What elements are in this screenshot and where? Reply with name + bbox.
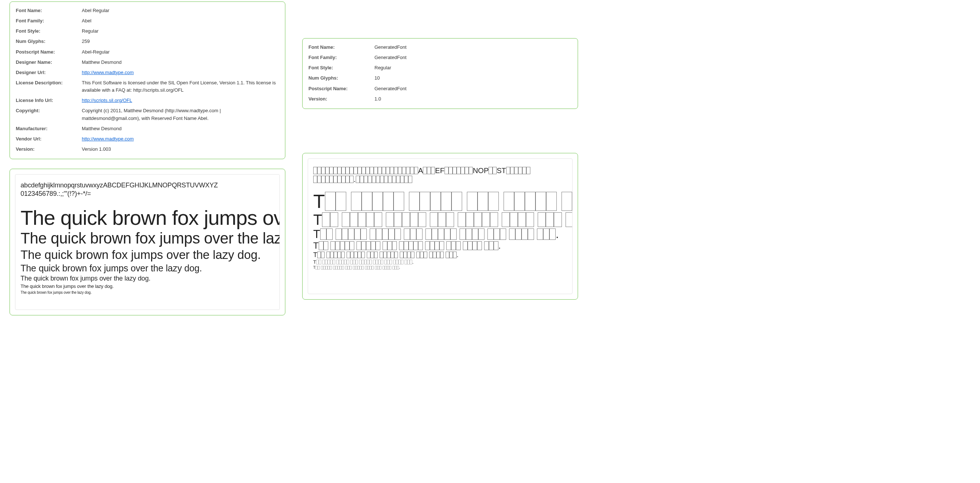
meta-row-font-name: Font Name: Abel Regular bbox=[16, 5, 279, 16]
meta-row-postscript: Postscript Name: GeneratedFont bbox=[309, 84, 572, 94]
preview-alpha-line-2: 0123456789.:,;'"(!?)+-*/= bbox=[21, 190, 274, 198]
meta-label: Font Style: bbox=[309, 64, 374, 71]
gen-preview-line: T. bbox=[313, 242, 567, 250]
meta-value: Abel bbox=[82, 17, 279, 25]
vendor-url-link[interactable]: http://www.madtype.com bbox=[82, 136, 134, 141]
meta-label: Version: bbox=[16, 146, 82, 153]
meta-row-font-style: Font Style: Regular bbox=[16, 26, 279, 36]
left-preview-card: abcdefghijklmnopqrstuvwxyzABCDEFGHIJKLMN… bbox=[10, 169, 285, 315]
meta-value: 259 bbox=[82, 38, 279, 45]
meta-value: http://scripts.sil.org/OFL bbox=[82, 97, 279, 104]
meta-row-vendor-url: Vendor Url: http://www.madtype.com bbox=[16, 134, 279, 144]
meta-value: Regular bbox=[374, 64, 572, 71]
meta-row-version: Version: 1.0 bbox=[309, 94, 572, 104]
meta-label: License Info Url: bbox=[16, 97, 82, 104]
left-column: Font Name: Abel Regular Font Family: Abe… bbox=[10, 2, 285, 315]
left-metadata-card: Font Name: Abel Regular Font Family: Abe… bbox=[10, 2, 285, 159]
meta-row-manufacturer: Manufacturer: Matthew Desmond bbox=[16, 124, 279, 134]
gen-preview-line: AEFNOPST bbox=[313, 167, 567, 174]
meta-label: Designer Name: bbox=[16, 59, 82, 66]
right-preview-inner: AEFNOPST.T.T.T.T.T.T.T. bbox=[308, 159, 573, 294]
meta-label: Num Glyphs: bbox=[16, 38, 82, 45]
designer-url-link[interactable]: http://www.madtype.com bbox=[82, 70, 134, 75]
meta-label: Version: bbox=[309, 95, 374, 103]
meta-row-font-style: Font Style: Regular bbox=[309, 63, 572, 73]
preview-sample-2: The quick brown fox jumps over the lazy bbox=[21, 230, 274, 247]
meta-value: http://www.madtype.com bbox=[82, 69, 279, 76]
preview-sample-6: The quick brown fox jumps over the lazy … bbox=[21, 283, 274, 290]
meta-label: Designer Url: bbox=[16, 69, 82, 76]
meta-label: Font Family: bbox=[309, 54, 374, 61]
meta-label: Num Glyphs: bbox=[309, 75, 374, 82]
preview-sample-7: The quick brown fox jumps over the lazy … bbox=[21, 290, 274, 295]
meta-row-copyright: Copyright: Copyright (c) 2011, Matthew D… bbox=[16, 106, 279, 123]
meta-value: http://www.madtype.com bbox=[82, 135, 279, 143]
gen-preview-line: T. bbox=[313, 212, 567, 227]
meta-label: Postscript Name: bbox=[16, 48, 82, 56]
meta-row-designer-name: Designer Name: Matthew Desmond bbox=[16, 57, 279, 67]
meta-label: Manufacturer: bbox=[16, 125, 82, 132]
meta-value: Copyright (c) 2011, Matthew Desmond (htt… bbox=[82, 107, 279, 122]
meta-value: Regular bbox=[82, 27, 279, 35]
preview-alpha-line-1: abcdefghijklmnopqrstuvwxyzABCDEFGHIJKLMN… bbox=[21, 181, 274, 190]
left-preview-inner: abcdefghijklmnopqrstuvwxyzABCDEFGHIJKLMN… bbox=[15, 174, 280, 310]
meta-label: Font Name: bbox=[16, 7, 82, 14]
meta-label: Postscript Name: bbox=[309, 85, 374, 92]
meta-label: License Description: bbox=[16, 79, 82, 87]
gen-preview-line: T. bbox=[313, 252, 567, 258]
gen-preview-line: T. bbox=[313, 260, 567, 264]
meta-value: Abel-Regular bbox=[82, 48, 279, 56]
meta-value: Abel Regular bbox=[82, 7, 279, 14]
gen-preview-line: T. bbox=[313, 266, 567, 270]
meta-label: Font Name: bbox=[309, 44, 374, 51]
meta-row-num-glyphs: Num Glyphs: 259 bbox=[16, 36, 279, 46]
meta-row-font-family: Font Family: Abel bbox=[16, 16, 279, 26]
meta-row-font-name: Font Name: GeneratedFont bbox=[309, 42, 572, 52]
preview-sample-5: The quick brown fox jumps over the lazy … bbox=[21, 274, 274, 283]
license-url-link[interactable]: http://scripts.sil.org/OFL bbox=[82, 98, 132, 103]
meta-value: Matthew Desmond bbox=[82, 59, 279, 66]
meta-label: Copyright: bbox=[16, 107, 82, 114]
meta-value: GeneratedFont bbox=[374, 85, 572, 92]
gen-preview-line: T. bbox=[313, 192, 567, 211]
meta-row-version: Version: Version 1.003 bbox=[16, 144, 279, 154]
meta-row-postscript: Postscript Name: Abel-Regular bbox=[16, 47, 279, 57]
right-preview-card: AEFNOPST.T.T.T.T.T.T.T. bbox=[302, 153, 578, 300]
meta-value: Version 1.003 bbox=[82, 146, 279, 153]
meta-label: Vendor Url: bbox=[16, 135, 82, 143]
right-metadata-card: Font Name: GeneratedFont Font Family: Ge… bbox=[302, 38, 578, 109]
right-column: Font Name: GeneratedFont Font Family: Ge… bbox=[302, 2, 578, 300]
meta-value: GeneratedFont bbox=[374, 54, 572, 61]
meta-row-designer-url: Designer Url: http://www.madtype.com bbox=[16, 67, 279, 78]
meta-value: Matthew Desmond bbox=[82, 125, 279, 132]
gen-preview-line: T. bbox=[313, 229, 567, 240]
meta-row-license-url: License Info Url: http://scripts.sil.org… bbox=[16, 95, 279, 106]
meta-label: Font Family: bbox=[16, 17, 82, 25]
preview-sample-3: The quick brown fox jumps over the lazy … bbox=[21, 248, 274, 262]
meta-value: GeneratedFont bbox=[374, 44, 572, 51]
meta-row-num-glyphs: Num Glyphs: 10 bbox=[309, 73, 572, 83]
meta-value: 10 bbox=[374, 75, 572, 82]
preview-sample-1: The quick brown fox jumps ove bbox=[21, 207, 274, 229]
meta-row-font-family: Font Family: GeneratedFont bbox=[309, 52, 572, 63]
preview-sample-4: The quick brown fox jumps over the lazy … bbox=[21, 262, 274, 273]
meta-value: 1.0 bbox=[374, 95, 572, 103]
meta-label: Font Style: bbox=[16, 27, 82, 35]
gen-preview-line: . bbox=[313, 176, 567, 183]
meta-value: This Font Software is licensed under the… bbox=[82, 79, 279, 94]
meta-row-license-desc: License Description: This Font Software … bbox=[16, 78, 279, 95]
